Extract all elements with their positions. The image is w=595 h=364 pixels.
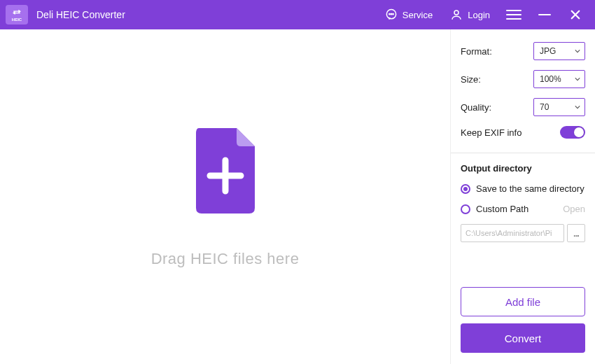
- chat-icon: [384, 8, 398, 22]
- size-row: Size: 100%: [461, 70, 585, 88]
- size-select[interactable]: 100%: [533, 70, 585, 88]
- exif-row: Keep EXIF info: [461, 126, 585, 139]
- quality-select[interactable]: 70: [533, 98, 585, 116]
- chevron-down-icon: [575, 76, 580, 82]
- radio-icon: [461, 204, 470, 214]
- browse-button[interactable]: ...: [567, 224, 585, 242]
- service-label: Service: [402, 10, 433, 20]
- side-panel: Format: JPG Size: 100% Quality: 70 Keep …: [451, 29, 595, 364]
- body-area: Drag HEIC files here Format: JPG Size: 1…: [0, 29, 595, 364]
- hamburger-icon: [506, 7, 522, 22]
- menu-button[interactable]: [503, 4, 525, 25]
- minimize-icon: [538, 14, 551, 16]
- app-logo: HEIC: [6, 5, 28, 24]
- format-select[interactable]: JPG: [533, 42, 585, 60]
- path-input[interactable]: C:\Users\Administrator\Pi: [461, 224, 564, 242]
- format-label: Format:: [461, 46, 492, 57]
- close-button[interactable]: [564, 4, 587, 25]
- exif-toggle[interactable]: [560, 126, 585, 139]
- svg-point-1: [389, 14, 390, 15]
- drop-hint: Drag HEIC files here: [151, 250, 300, 268]
- toggle-knob: [574, 127, 584, 137]
- format-row: Format: JPG: [461, 42, 585, 60]
- close-icon: [569, 8, 582, 21]
- quality-value: 70: [540, 102, 549, 112]
- swap-arrows-icon: [10, 8, 23, 17]
- drop-zone[interactable]: Drag HEIC files here: [0, 29, 451, 364]
- file-plus-icon: [190, 125, 260, 216]
- size-value: 100%: [540, 74, 561, 84]
- radio-icon: [461, 184, 470, 194]
- app-title: Deli HEIC Converter: [36, 9, 125, 20]
- user-icon: [449, 8, 463, 22]
- radio-custom-path[interactable]: Custom Path Open: [461, 204, 585, 214]
- output-section-title: Output directory: [461, 163, 585, 174]
- svg-point-3: [393, 14, 393, 15]
- titlebar: HEIC Deli HEIC Converter Service Login: [0, 0, 595, 29]
- app-logo-text: HEIC: [12, 18, 22, 22]
- add-file-button[interactable]: Add file: [461, 287, 585, 316]
- svg-point-2: [391, 14, 391, 15]
- minimize-button[interactable]: [533, 4, 556, 25]
- login-button[interactable]: Login: [445, 5, 494, 24]
- same-dir-label: Save to the same directory: [476, 183, 584, 194]
- convert-button[interactable]: Convert: [461, 323, 585, 353]
- path-row: C:\Users\Administrator\Pi ...: [461, 224, 585, 242]
- radio-same-dir[interactable]: Save to the same directory: [461, 183, 585, 194]
- quality-row: Quality: 70: [461, 98, 585, 116]
- svg-point-4: [454, 10, 458, 15]
- divider: [451, 153, 595, 153]
- login-label: Login: [468, 10, 490, 20]
- quality-label: Quality:: [461, 102, 491, 113]
- chevron-down-icon: [575, 48, 580, 54]
- exif-label: Keep EXIF info: [461, 127, 522, 138]
- format-value: JPG: [540, 46, 556, 56]
- chevron-down-icon: [575, 104, 580, 110]
- size-label: Size:: [461, 74, 481, 85]
- custom-path-label: Custom Path: [476, 204, 528, 214]
- open-folder-link[interactable]: Open: [563, 204, 585, 214]
- service-button[interactable]: Service: [380, 5, 437, 24]
